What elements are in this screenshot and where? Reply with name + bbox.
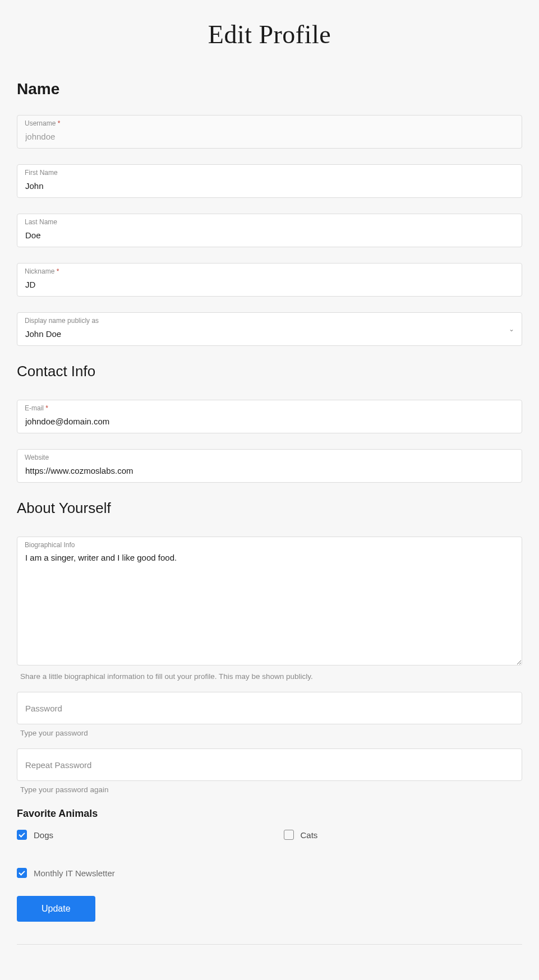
repeat-password-field-wrap: Type your password again [17,748,522,794]
dogs-label: Dogs [34,830,53,840]
last-name-input[interactable] [17,214,522,247]
newsletter-checkbox-row: Monthly IT Newsletter [17,868,522,878]
bio-hint: Share a little biographical information … [20,672,522,681]
dogs-checkbox[interactable] [17,830,27,840]
nickname-input[interactable] [17,263,522,297]
newsletter-label: Monthly IT Newsletter [34,868,115,878]
footer-divider [17,944,522,945]
dogs-checkbox-row: Dogs [17,830,256,840]
newsletter-checkbox[interactable] [17,868,27,878]
cats-checkbox-row: Cats [284,830,523,840]
first-name-field-wrap: First Name [17,164,522,198]
repeat-password-hint: Type your password again [20,785,522,794]
first-name-input[interactable] [17,164,522,198]
section-animals-heading: Favorite Animals [17,808,522,820]
password-input[interactable] [17,692,522,724]
repeat-password-input[interactable] [17,748,522,781]
update-button[interactable]: Update [17,896,95,922]
animals-checkbox-grid: Dogs Cats [17,830,522,851]
website-input[interactable] [17,449,522,483]
last-name-field-wrap: Last Name [17,214,522,247]
bio-field-wrap: Biographical Info Share a little biograp… [17,537,522,681]
nickname-field-wrap: Nickname * [17,263,522,297]
username-field-wrap: Username * [17,115,522,149]
display-name-select[interactable]: John Doe [17,312,522,346]
cats-label: Cats [301,830,318,840]
website-field-wrap: Website [17,449,522,483]
bio-textarea[interactable] [17,537,522,665]
section-contact-heading: Contact Info [17,363,522,380]
display-name-field-wrap: Display name publicly as John Doe ⌄ [17,312,522,346]
password-field-wrap: Type your password [17,692,522,737]
password-hint: Type your password [20,729,522,737]
email-input[interactable] [17,400,522,433]
section-about-heading: About Yourself [17,500,522,517]
email-field-wrap: E-mail * [17,400,522,433]
cats-checkbox[interactable] [284,830,294,840]
page-title: Edit Profile [17,20,522,49]
username-input [17,115,522,149]
section-name-heading: Name [17,80,522,98]
